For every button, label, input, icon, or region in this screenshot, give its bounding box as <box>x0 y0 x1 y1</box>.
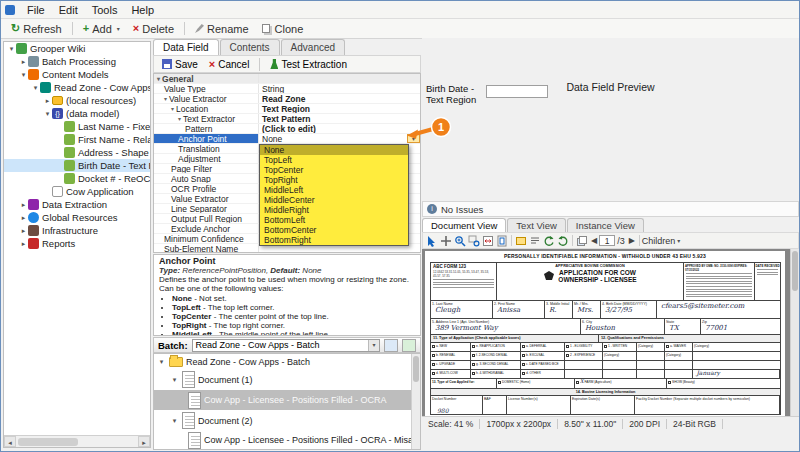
batch-item-cow-app-1[interactable]: Cow App - Licensee - Positions Filled - … <box>154 390 420 410</box>
preview-field-input[interactable] <box>486 85 548 98</box>
expander-icon[interactable]: ▾ <box>31 84 40 92</box>
children-dropdown[interactable]: Children ▾ <box>642 236 681 246</box>
pan-icon[interactable] <box>439 234 453 247</box>
zoom-region-icon[interactable] <box>467 234 481 247</box>
tree-item-content-models[interactable]: ▾Content Models <box>4 68 150 81</box>
expander-icon[interactable]: ▾ <box>43 110 52 118</box>
category-general[interactable]: ▾General <box>154 74 420 84</box>
scroll-right-icon[interactable]: ▸ <box>138 436 150 447</box>
tree-item-local-resources[interactable]: ▸(local resources) <box>4 94 150 107</box>
dropdown-option-middlecenter[interactable]: MiddleCenter <box>260 195 408 205</box>
batch-refresh-icon[interactable] <box>402 339 416 352</box>
layers-icon[interactable] <box>575 234 589 247</box>
dropdown-option-bottomright[interactable]: BottomRight <box>260 235 408 245</box>
dropdown-option-middleleft[interactable]: MiddleLeft <box>260 185 408 195</box>
tree-item-cow-application[interactable]: Cow Application <box>4 185 150 198</box>
expander-icon[interactable]: ▸ <box>19 240 28 248</box>
batch-tree-scrollbar[interactable] <box>411 354 420 449</box>
tree-item-global-resources[interactable]: ▸Global Resources <box>4 211 150 224</box>
rename-button[interactable]: Rename <box>189 22 255 36</box>
menu-file[interactable]: File <box>20 3 52 17</box>
tab-contents[interactable]: Contents <box>220 39 280 55</box>
document-scrollbar[interactable] <box>790 249 799 416</box>
rotate-right-icon[interactable] <box>556 234 570 247</box>
scrollbar-thumb[interactable] <box>18 438 78 446</box>
expander-icon[interactable]: ▸ <box>19 227 28 235</box>
scrollbar-thumb[interactable] <box>413 356 419 382</box>
page-number-input[interactable]: 1 <box>599 235 615 246</box>
batch-combo[interactable]: Read Zone - Cow Apps - Batch▾ <box>192 339 380 352</box>
property-row-anchor-point[interactable]: Anchor PointNone▾ <box>154 134 420 144</box>
batch-item-root[interactable]: ▾Read Zone - Cow Apps - Batch <box>154 354 420 369</box>
collapse-icon[interactable]: ▾ <box>157 75 160 82</box>
expander-icon[interactable]: ▾ <box>170 376 179 384</box>
dropdown-option-topcenter[interactable]: TopCenter <box>260 165 408 175</box>
tree-item-docket[interactable]: Docket # - ReOCR Zone <box>4 172 150 185</box>
document-page[interactable]: PERSONALLY IDENTIFIABLE INFORMATION - WI… <box>425 251 785 416</box>
tree-item-address[interactable]: Address - Shape Region <box>4 146 150 159</box>
test-extraction-button[interactable]: Test Extraction <box>266 58 351 71</box>
property-row-value-type[interactable]: Value TypeString <box>154 84 420 94</box>
property-value[interactable]: Read Zone <box>259 94 420 103</box>
expander-icon[interactable]: ▾ <box>170 417 179 425</box>
property-value[interactable]: String <box>259 84 420 93</box>
menu-edit[interactable]: Edit <box>52 3 85 17</box>
pointer-icon[interactable] <box>425 234 439 247</box>
expander-icon[interactable]: ▸ <box>43 97 52 105</box>
dropdown-option-bottomcenter[interactable]: BottomCenter <box>260 225 408 235</box>
expander-icon[interactable]: ▾ <box>19 71 28 79</box>
save-button[interactable]: Save <box>158 58 202 71</box>
batch-viewer-icon[interactable] <box>384 339 398 352</box>
tree-item-first-name[interactable]: First Name - Relative Region <box>4 133 150 146</box>
refresh-button[interactable]: ↻ Refresh <box>5 22 68 36</box>
prev-page-button[interactable]: ◀ <box>589 236 599 245</box>
property-row-text-extractor[interactable]: ▾Text ExtractorText Pattern <box>154 114 420 124</box>
dropdown-option-none[interactable]: None <box>260 145 408 155</box>
batch-item-document-2[interactable]: ▾Document (2) <box>154 410 420 431</box>
collapse-icon[interactable]: ▾ <box>171 105 174 112</box>
add-button[interactable]: + Add ▾ <box>77 22 126 36</box>
batch-item-folder-3[interactable]: ▸Folder (3) <box>154 449 420 450</box>
tree-item-reports[interactable]: ▸Reports <box>4 237 150 250</box>
dropdown-option-middleright[interactable]: MiddleRight <box>260 205 408 215</box>
tree-item-data-model[interactable]: ▾{}(data model) <box>4 107 150 120</box>
dropdown-option-bottomleft[interactable]: BottomLeft <box>260 215 408 225</box>
property-value[interactable]: None <box>262 134 282 143</box>
expander-icon[interactable]: ▾ <box>7 45 16 53</box>
tree-item-data-extraction[interactable]: ▸Data Extraction <box>4 198 150 211</box>
tab-document-view[interactable]: Document View <box>422 218 506 232</box>
cancel-button[interactable]: ×Cancel <box>205 58 254 71</box>
menu-tools[interactable]: Tools <box>85 3 125 17</box>
property-value[interactable]: Text Pattern <box>259 114 420 123</box>
delete-button[interactable]: × Delete <box>127 22 180 36</box>
tab-data-field[interactable]: Data Field <box>153 39 219 55</box>
scrollbar-thumb[interactable] <box>792 251 798 291</box>
chevron-down-icon[interactable]: ▾ <box>368 340 379 351</box>
rotate-left-icon[interactable] <box>542 234 556 247</box>
next-page-button[interactable]: ▶ <box>627 236 637 245</box>
fit-page-icon[interactable] <box>495 234 509 247</box>
property-row-location[interactable]: ▾LocationText Region <box>154 104 420 114</box>
expander-icon[interactable]: ▸ <box>19 58 28 66</box>
property-row-value-extractor[interactable]: ▾Value ExtractorRead Zone <box>154 94 420 104</box>
property-value[interactable]: Text Region <box>259 104 420 113</box>
anchor-point-dropdown[interactable]: None TopLeft TopCenter TopRight MiddleLe… <box>259 144 409 246</box>
tree-hscrollbar[interactable]: ◂ ▸ <box>4 435 150 447</box>
collapse-icon[interactable]: ▾ <box>178 115 181 122</box>
property-row-pattern[interactable]: Pattern(Click to edit) <box>154 124 420 134</box>
tab-text-view[interactable]: Text View <box>507 218 565 232</box>
tab-advanced[interactable]: Advanced <box>281 39 345 55</box>
text-select-icon[interactable] <box>528 234 542 247</box>
tab-instance-view[interactable]: Instance View <box>567 218 644 232</box>
fit-width-icon[interactable] <box>481 234 495 247</box>
dropdown-option-topright[interactable]: TopRight <box>260 175 408 185</box>
batch-item-document-1[interactable]: ▾Document (1) <box>154 369 420 390</box>
expander-icon[interactable]: ▾ <box>157 358 166 366</box>
create-region-icon[interactable] <box>514 234 528 247</box>
tree-item-read-zone-model[interactable]: ▾Read Zone - Cow Apps - Content Mod <box>4 81 150 94</box>
tree-item-birth-date[interactable]: Birth Date - Text Region <box>4 159 150 172</box>
scroll-left-icon[interactable]: ◂ <box>4 436 16 447</box>
batch-item-cow-app-2[interactable]: Cow App - Licensee - Positions Filled - … <box>154 431 420 449</box>
document-viewport[interactable]: PERSONALLY IDENTIFIABLE INFORMATION - WI… <box>422 249 799 416</box>
menu-help[interactable]: Help <box>124 3 161 17</box>
